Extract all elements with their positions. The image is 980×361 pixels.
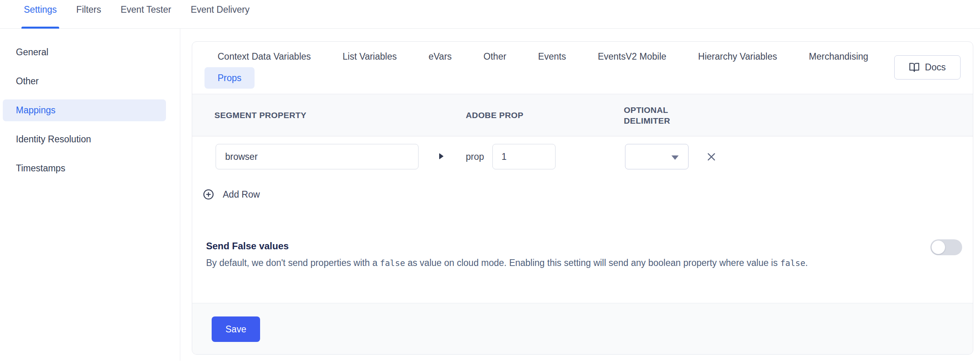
tab-events[interactable]: Events [525,46,579,67]
tab-other[interactable]: Other [471,46,520,67]
save-button[interactable]: Save [212,316,260,342]
send-false-values-section: Send False values By default, we don't s… [206,241,927,271]
nav-tab-event-tester[interactable]: Event Tester [121,0,171,29]
tab-props[interactable]: Props [204,67,255,89]
nav-tab-event-delivery[interactable]: Event Delivery [191,0,249,29]
adobe-prop-number-input[interactable] [492,144,556,169]
chevron-down-icon [671,155,679,160]
send-false-values-toggle[interactable] [930,239,962,255]
sidebar-item-general[interactable]: General [3,41,166,63]
maps-to-arrow-icon [439,153,444,159]
nav-tab-settings[interactable]: Settings [24,0,57,29]
toggle-knob [932,241,945,254]
nav-tab-filters[interactable]: Filters [76,0,101,29]
sidebar-item-mappings[interactable]: Mappings [3,99,166,121]
tab-eventsv2-mobile[interactable]: EventsV2 Mobile [585,46,679,67]
settings-sidebar: General Other Mappings Identity Resoluti… [0,29,180,361]
tab-merchandising[interactable]: Merchandising [796,46,882,67]
mapping-type-tabs: Context Data Variables List Variables eV… [204,46,893,89]
column-header-segment-property: SEGMENT PROPERTY [214,94,307,136]
inline-code-false: false [780,258,805,268]
column-header-optional-delimiter: OPTIONAL DELIMITER [624,94,683,136]
segment-property-input[interactable] [216,144,419,169]
tab-context-data-variables[interactable]: Context Data Variables [204,46,324,67]
sidebar-item-identity-resolution[interactable]: Identity Resolution [3,128,166,150]
add-row-label: Add Row [223,189,260,200]
optional-delimiter-select[interactable] [625,144,689,169]
mapping-table-header: SEGMENT PROPERTY ADOBE PROP OPTIONAL DEL… [192,94,973,136]
sidebar-item-timestamps[interactable]: Timestamps [3,157,166,179]
docs-button-label: Docs [925,62,945,73]
mapping-table-row: prop [192,144,973,169]
send-false-values-description: By default, we don't send properties wit… [206,255,927,271]
tab-hierarchy-variables[interactable]: Hierarchy Variables [685,46,790,67]
send-false-values-title: Send False values [206,241,927,252]
plus-circle-icon [203,189,214,200]
mappings-card: Context Data Variables List Variables eV… [192,41,973,355]
sidebar-item-other[interactable]: Other [3,70,166,92]
tab-evars[interactable]: eVars [415,46,465,67]
book-open-icon [909,62,920,73]
inline-code-false: false [380,258,405,268]
adobe-prop-prefix-label: prop [466,144,484,169]
column-header-adobe-prop: ADOBE PROP [466,94,523,136]
docs-button[interactable]: Docs [894,55,961,80]
remove-row-button[interactable] [706,151,717,162]
top-navigation: Settings Filters Event Tester Event Deli… [0,0,980,29]
tab-list-variables[interactable]: List Variables [330,46,410,67]
add-row-button[interactable]: Add Row [203,189,260,200]
card-footer: Save [192,303,973,354]
main-content: Context Data Variables List Variables eV… [180,29,980,361]
